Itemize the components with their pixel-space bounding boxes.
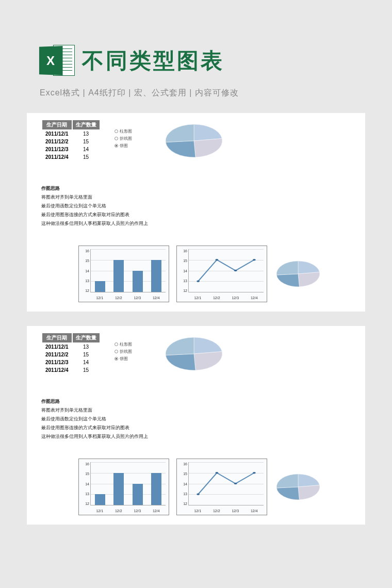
plot-area bbox=[188, 462, 264, 505]
radio-label: 折线图 bbox=[120, 349, 132, 354]
y-axis: 16 15 14 13 12 bbox=[80, 462, 89, 505]
radio-icon bbox=[115, 350, 118, 353]
svg-point-0 bbox=[197, 281, 200, 282]
plot-area bbox=[90, 462, 166, 505]
table-header: 生产数量 bbox=[73, 333, 100, 342]
y-axis: 16 15 14 13 12 bbox=[80, 249, 89, 292]
table-row: 2011/12/113 bbox=[42, 344, 100, 350]
svg-point-2 bbox=[234, 270, 237, 271]
notes-line: 将图表对齐到单元格里面 bbox=[41, 406, 148, 415]
line-path bbox=[189, 249, 264, 292]
pie-chart-top bbox=[163, 333, 225, 374]
radio-line[interactable]: 折线图 bbox=[115, 136, 132, 141]
y-axis: 16 15 14 13 12 bbox=[178, 249, 187, 292]
preview-panel: 生产日期 生产数量 2011/12/113 2011/12/215 2011/1… bbox=[27, 326, 365, 525]
plot-area bbox=[90, 249, 166, 292]
radio-label: 饼图 bbox=[120, 356, 128, 362]
page-title: 不同类型图表 bbox=[82, 46, 224, 75]
chart-type-radios: 柱形图 折线图 饼图 bbox=[115, 341, 132, 363]
x-axis: 12/1 12/2 12/3 12/4 bbox=[90, 296, 166, 300]
pie-chart-small bbox=[274, 258, 322, 290]
plot-area bbox=[188, 249, 264, 292]
notes-line: 最后使用图形连接的方式来获取对应的图表 bbox=[41, 210, 148, 219]
radio-icon bbox=[115, 129, 118, 133]
x-axis: 12/1 12/2 12/3 12/4 bbox=[90, 509, 166, 513]
charts-row: 16 15 14 13 12 12/1 12/2 12/3 12/4 bbox=[78, 246, 322, 302]
radio-icon bbox=[115, 144, 118, 148]
page-subtitle: Excel格式 | A4纸打印 | 宏、公式套用 | 内容可修改 bbox=[0, 77, 392, 99]
notes-line: 最后使用函数定位到这个单元格 bbox=[41, 415, 148, 423]
data-table: 生产日期 生产数量 2011/12/113 2011/12/215 2011/1… bbox=[41, 119, 101, 161]
radio-label: 折线图 bbox=[120, 136, 132, 141]
notes-section: 作图思路 将图表对齐到单元格里面 最后使用函数定位到这个单元格 最后使用图形连接… bbox=[41, 397, 148, 441]
notes-line: 将图表对齐到单元格里面 bbox=[41, 193, 148, 202]
bars bbox=[91, 462, 166, 505]
line-chart: 16 15 14 13 12 12/1 12/2 12/3 12/4 bbox=[176, 459, 267, 515]
radio-pie[interactable]: 饼图 bbox=[115, 356, 132, 362]
notes-title: 作图思路 bbox=[41, 184, 148, 193]
table-header: 生产数量 bbox=[73, 120, 100, 129]
table-header: 生产日期 bbox=[42, 120, 72, 129]
pie-chart-top bbox=[163, 120, 225, 161]
radio-line[interactable]: 折线图 bbox=[115, 349, 132, 354]
radio-bar[interactable]: 柱形图 bbox=[115, 128, 132, 134]
table-row: 2011/12/113 bbox=[42, 130, 100, 137]
radio-label: 柱形图 bbox=[120, 341, 132, 347]
charts-row: 16 15 14 13 12 12/1 12/2 12/3 12/4 bbox=[78, 459, 322, 515]
bars bbox=[91, 249, 166, 292]
x-axis: 12/1 12/2 12/3 12/4 bbox=[188, 509, 264, 513]
header: X 不同类型图表 bbox=[0, 0, 392, 77]
radio-icon bbox=[115, 357, 118, 361]
svg-point-3 bbox=[253, 259, 256, 260]
table-row: 2011/12/314 bbox=[42, 359, 100, 366]
notes-section: 作图思路 将图表对齐到单元格里面 最后使用函数定位到这个单元格 最后使用图形连接… bbox=[41, 184, 148, 228]
radio-pie[interactable]: 饼图 bbox=[115, 143, 132, 149]
chart-type-radios: 柱形图 折线图 饼图 bbox=[115, 128, 132, 150]
pie-chart-small bbox=[274, 471, 322, 503]
table-row: 2011/12/314 bbox=[42, 146, 100, 153]
radio-bar[interactable]: 柱形图 bbox=[115, 341, 132, 347]
x-axis: 12/1 12/2 12/3 12/4 bbox=[188, 296, 264, 300]
table-header: 生产日期 bbox=[42, 333, 72, 342]
svg-point-4 bbox=[197, 494, 200, 495]
table-row: 2011/12/415 bbox=[42, 154, 100, 160]
notes-title: 作图思路 bbox=[41, 397, 148, 406]
radio-label: 饼图 bbox=[120, 143, 128, 149]
bar-chart: 16 15 14 13 12 12/1 12/2 12/3 12/4 bbox=[78, 459, 169, 515]
bar-chart: 16 15 14 13 12 12/1 12/2 12/3 12/4 bbox=[78, 246, 169, 302]
svg-point-6 bbox=[234, 483, 237, 484]
radio-icon bbox=[115, 137, 118, 140]
svg-point-1 bbox=[215, 259, 218, 260]
notes-line: 这种做法很多信用到人事档案获取人员照片的作用上 bbox=[41, 219, 148, 228]
line-path bbox=[189, 462, 264, 505]
preview-panel: 生产日期 生产数量 2011/12/113 2011/12/215 2011/1… bbox=[27, 113, 365, 312]
radio-icon bbox=[115, 342, 118, 346]
notes-line: 最后使用图形连接的方式来获取对应的图表 bbox=[41, 423, 148, 432]
table-row: 2011/12/215 bbox=[42, 351, 100, 358]
notes-line: 最后使用函数定位到这个单元格 bbox=[41, 202, 148, 210]
table-row: 2011/12/415 bbox=[42, 367, 100, 373]
svg-point-7 bbox=[253, 472, 256, 473]
table-row: 2011/12/215 bbox=[42, 138, 100, 145]
svg-point-5 bbox=[215, 472, 218, 473]
radio-label: 柱形图 bbox=[120, 128, 132, 134]
y-axis: 16 15 14 13 12 bbox=[178, 462, 187, 505]
excel-icon: X bbox=[39, 44, 75, 77]
data-table: 生产日期 生产数量 2011/12/113 2011/12/215 2011/1… bbox=[41, 332, 101, 374]
line-chart: 16 15 14 13 12 12/1 12/2 12/3 12/4 bbox=[176, 246, 267, 302]
notes-line: 这种做法很多信用到人事档案获取人员照片的作用上 bbox=[41, 432, 148, 441]
